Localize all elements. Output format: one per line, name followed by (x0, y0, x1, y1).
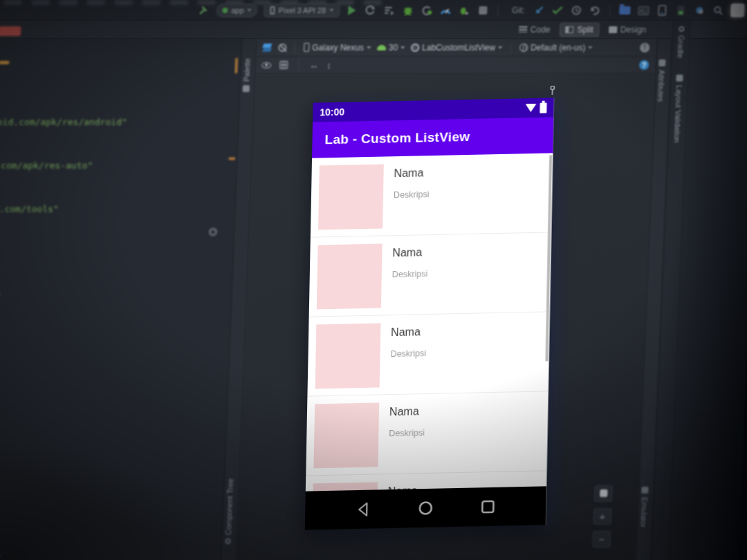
design-pane: Code Split Design Galaxy Nexus 30 (235, 39, 656, 560)
git-update-icon[interactable] (533, 4, 546, 17)
wifi-icon (525, 104, 536, 112)
history-icon[interactable] (570, 4, 583, 17)
split-tab-label: Split (577, 25, 593, 35)
item-image-placeholder (313, 402, 379, 468)
git-label: Git: (512, 6, 525, 15)
list-item: Nama Deskripsi (306, 391, 548, 476)
scrollbar-warning-mark (235, 58, 238, 73)
battery-icon (540, 102, 546, 113)
code-line: oid.com/apk/res/android" (0, 115, 127, 129)
code-line (0, 376, 117, 391)
profiler-icon[interactable] (439, 4, 452, 17)
chevron-down-icon (248, 9, 252, 14)
home-icon (417, 500, 434, 516)
code-tab-icon (519, 26, 527, 32)
layout-validation-label: Layout Validation (673, 85, 683, 143)
design-canvas[interactable]: 10:00 Lab - Custom ListView Nama Deskrip… (235, 74, 655, 560)
chevron-down-icon (329, 9, 333, 14)
vertical-resize-icon[interactable]: ↕ (326, 60, 331, 71)
tab-split[interactable]: Split (560, 23, 599, 37)
render-tools-wrench-icon[interactable] (548, 86, 557, 98)
zoom-out-button[interactable]: − (592, 531, 611, 548)
night-mode-off-icon[interactable] (278, 44, 286, 52)
locale-dropdown[interactable]: Default (en-us) (519, 43, 593, 53)
list-item: Nama Deskripsi (311, 153, 553, 237)
code-line (0, 420, 115, 434)
code-line: d.com/tools" (0, 202, 124, 216)
palette-icon (243, 85, 250, 92)
code-tab-label: Code (531, 25, 551, 35)
sidebar-item-component-tree[interactable]: Component Tree (223, 478, 234, 544)
git-commit-icon[interactable] (551, 4, 564, 17)
layout-options-icon[interactable] (279, 61, 288, 69)
scrollbar-warning-mark (229, 158, 235, 160)
layout-inspector-icon[interactable] (693, 4, 706, 17)
run-configuration-label: app (231, 6, 244, 15)
run-button[interactable] (346, 4, 359, 17)
code-line (0, 333, 119, 347)
profile-low-overhead-icon[interactable] (458, 4, 471, 17)
zoom-to-fit-button[interactable] (594, 485, 613, 502)
sidebar-item-palette[interactable]: Palette (242, 58, 252, 92)
api-version-dropdown[interactable]: 30 (377, 43, 405, 53)
layout-preview-phone[interactable]: 10:00 Lab - Custom ListView Nama Deskrip… (305, 97, 554, 530)
sidebar-item-layout-validation[interactable]: Layout Validation (673, 75, 684, 143)
apply-changes-icon[interactable] (365, 4, 378, 17)
render-issues-icon[interactable]: ! (640, 43, 650, 53)
design-tab-label: Design (620, 25, 647, 35)
recents-icon (480, 499, 495, 514)
code-line: e" (0, 507, 111, 521)
design-toolbar: Galaxy Nexus 30 C LabCustomListView Defa… (257, 39, 657, 57)
tab-design[interactable]: Design (603, 23, 652, 37)
chevron-down-icon (400, 46, 405, 51)
attributes-icon (658, 59, 665, 66)
emulator-icon (641, 487, 648, 494)
canvas-zoom-controls: + − (592, 485, 613, 548)
gradle-icon (679, 26, 684, 32)
terminal-icon[interactable]: >_ (637, 4, 650, 17)
file-tab[interactable] (0, 26, 21, 36)
sidebar-item-gradle[interactable]: Gradle (676, 26, 686, 58)
attach-debugger-icon[interactable] (421, 4, 434, 17)
apply-code-changes-icon[interactable] (383, 4, 396, 17)
code-line: " (0, 245, 122, 260)
search-everywhere-icon[interactable] (712, 4, 725, 17)
design-surface-icon[interactable] (262, 44, 272, 52)
device-for-preview-dropdown[interactable]: Galaxy Nexus (304, 43, 371, 53)
rollback-icon[interactable] (589, 4, 602, 17)
editor-mode-tabs: Code Split Design (257, 21, 658, 38)
notifications-icon[interactable] (730, 3, 745, 17)
chevron-down-icon (588, 46, 592, 51)
app-bar: Lab - Custom ListView (312, 117, 553, 158)
run-configuration-dropdown[interactable]: app (216, 3, 258, 17)
editor-scroll-knob[interactable] (209, 228, 216, 236)
debug-icon[interactable] (402, 4, 415, 17)
phone-icon (304, 43, 310, 52)
view-options-icon[interactable] (261, 62, 271, 68)
stop-button[interactable] (477, 4, 490, 17)
sidebar-item-emulator[interactable]: Emulator (639, 487, 649, 528)
avd-manager-icon[interactable] (674, 4, 688, 17)
xml-code-editor[interactable]: oid.com/apk/res/android" .com/apk/res-au… (0, 39, 242, 560)
status-time: 10:00 (320, 106, 344, 118)
module-icon (222, 8, 228, 13)
device-label: Pixel 3 API 28 (279, 6, 326, 15)
tab-code[interactable]: Code (513, 23, 556, 37)
list-item: Nama Deskripsi (307, 312, 549, 396)
zoom-in-button[interactable]: + (593, 508, 612, 525)
device-manager-icon[interactable] (656, 4, 669, 17)
theme-label: LabCustomListView (422, 43, 495, 53)
device-dropdown[interactable]: Pixel 3 API 28 (264, 3, 340, 17)
sidebar-item-attributes[interactable]: Attributes (656, 59, 666, 102)
code-line: t" (0, 289, 120, 304)
theme-dropdown[interactable]: C LabCustomListView (411, 43, 502, 53)
help-icon[interactable]: ? (639, 60, 649, 70)
back-icon (356, 501, 371, 518)
item-description: Deskripsi (392, 269, 428, 279)
listview: Nama Deskripsi Nama Deskripsi (305, 153, 553, 530)
project-structure-icon[interactable] (618, 4, 631, 17)
build-hammer-icon[interactable] (197, 4, 210, 17)
design-toolbar-secondary: ↔ ↕ ? (256, 57, 656, 74)
horizontal-resize-icon[interactable]: ↔ (309, 60, 319, 71)
android-studio-window: app Pixel 3 API 28 (0, 0, 747, 560)
